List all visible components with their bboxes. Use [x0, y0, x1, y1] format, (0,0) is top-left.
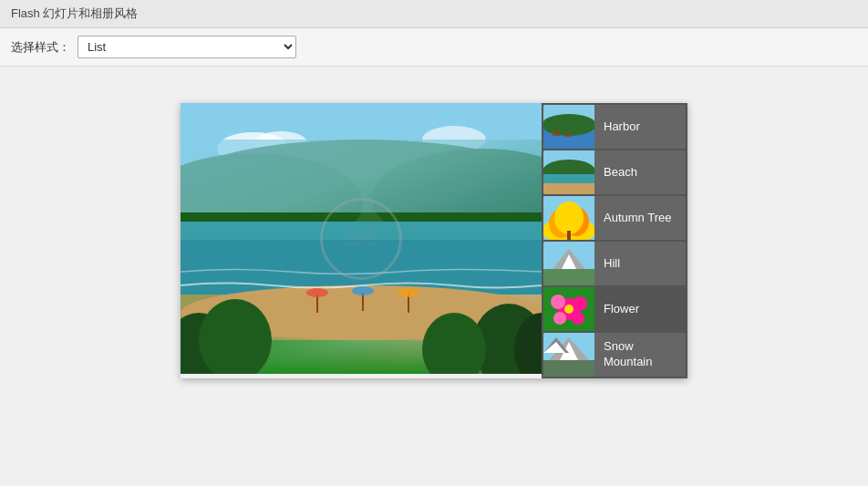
toolbar: 选择样式： List Slideshow Album — [0, 28, 868, 67]
sidebar-label-beach: Beach — [594, 165, 637, 181]
svg-point-47 — [564, 305, 574, 314]
svg-point-43 — [551, 295, 565, 309]
thumb-hill — [543, 242, 594, 285]
svg-point-3 — [422, 126, 486, 153]
sidebar-item-beach[interactable]: Beach — [543, 150, 686, 194]
style-label: 选择样式： — [11, 39, 70, 56]
sidebar-item-snow-mountain[interactable]: Snow Mountain — [543, 333, 686, 377]
sidebar-label-snow-mountain: Snow Mountain — [594, 339, 652, 370]
svg-point-19 — [352, 286, 374, 295]
svg-rect-26 — [565, 132, 571, 137]
sidebar-label-flower: Flower — [594, 302, 639, 317]
sidebar-item-flower[interactable]: Flower — [543, 287, 686, 331]
page-title: Flash 幻灯片和相册风格 — [11, 6, 138, 20]
thumb-autumntree — [543, 196, 594, 240]
svg-point-44 — [573, 296, 587, 311]
svg-rect-0 — [181, 103, 542, 212]
sidebar-label-autumn-tree: Autumn Tree — [594, 211, 671, 226]
svg-rect-25 — [553, 130, 560, 136]
svg-point-35 — [554, 202, 584, 234]
svg-rect-36 — [567, 231, 571, 240]
main-display-image: 资源下载anxz.com — [181, 103, 542, 374]
thumb-snowmountain — [543, 333, 594, 377]
header-bar: Flash 幻灯片和相册风格 — [0, 0, 868, 28]
sidebar-item-harbor[interactable]: Harbor — [543, 105, 686, 149]
main-content: 资源下载anxz.com Harbor — [0, 67, 868, 415]
svg-point-2 — [253, 131, 308, 157]
sidebar-label-harbor: Harbor — [594, 119, 640, 135]
gallery-container: 资源下载anxz.com Harbor — [181, 103, 687, 378]
svg-rect-40 — [543, 269, 594, 285]
thumb-harbor — [543, 105, 594, 149]
svg-point-21 — [398, 288, 419, 297]
thumb-beach — [543, 150, 594, 194]
svg-point-46 — [572, 312, 584, 325]
sidebar-item-hill[interactable]: Hill — [543, 242, 686, 285]
sidebar: Harbor Beach — [542, 103, 687, 378]
style-select[interactable]: List Slideshow Album — [78, 36, 296, 58]
svg-point-45 — [553, 312, 566, 325]
thumb-flower — [543, 287, 594, 331]
svg-point-17 — [306, 288, 328, 297]
sidebar-item-autumn-tree[interactable]: Autumn Tree — [543, 196, 686, 240]
sidebar-label-hill: Hill — [594, 256, 620, 272]
svg-rect-51 — [543, 360, 594, 377]
svg-rect-30 — [543, 183, 594, 194]
